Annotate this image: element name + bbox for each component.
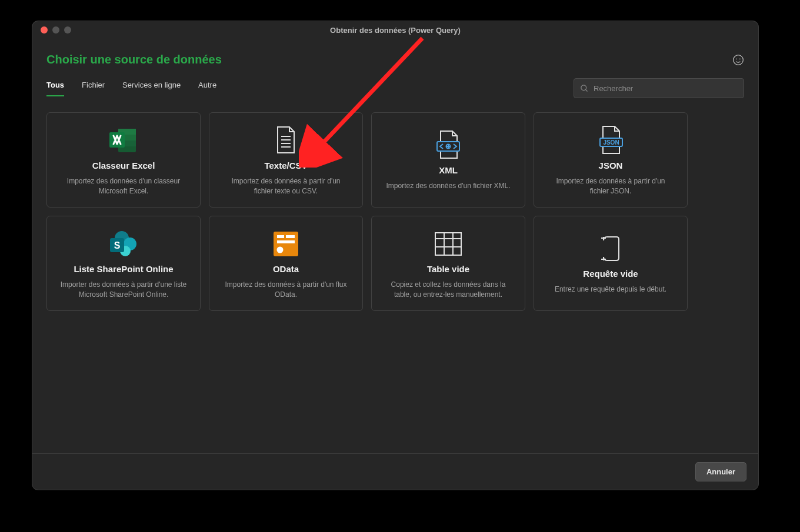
card-title: XML: [439, 165, 458, 175]
card-description: Importer des données à partir d'une list…: [59, 280, 188, 300]
sources-grid: Classeur Excel Importez des données d'un…: [46, 112, 744, 311]
svg-rect-30: [435, 233, 461, 255]
titlebar: Obtenir des données (Power Query): [32, 21, 758, 39]
close-window-button[interactable]: [41, 26, 48, 34]
tab-other[interactable]: Autre: [198, 81, 216, 96]
svg-text:S: S: [114, 240, 121, 250]
card-description: Importez des données à partir d'un flux …: [221, 280, 351, 300]
search-icon: [580, 84, 589, 93]
svg-line-4: [585, 89, 587, 91]
table-icon: [434, 227, 462, 260]
card-json[interactable]: JSON JSON Importez des données à partir …: [534, 112, 688, 208]
xml-icon: [435, 129, 462, 162]
dialog-content: Choisir une source de données Tous Fichi…: [32, 39, 758, 453]
card-excel-workbook[interactable]: Classeur Excel Importez des données d'un…: [46, 112, 201, 208]
card-odata[interactable]: OData Importez des données à partir d'un…: [209, 216, 363, 311]
svg-rect-27: [286, 235, 295, 238]
card-xml[interactable]: XML Importez des données d'un fichier XM…: [371, 112, 525, 208]
text-file-icon: [274, 124, 298, 157]
odata-icon: [272, 227, 299, 260]
maximize-window-button[interactable]: [64, 26, 71, 34]
svg-rect-28: [277, 240, 295, 243]
category-tabs: Tous Fichier Services en ligne Autre: [46, 81, 216, 96]
card-description: Importez des données d'un classeur Micro…: [59, 176, 188, 196]
card-sharepoint-online[interactable]: S Liste SharePoint Online Importer des d…: [46, 216, 201, 311]
window-title: Obtenir des données (Power Query): [32, 26, 758, 35]
svg-point-2: [739, 59, 741, 60]
json-icon: JSON: [597, 124, 624, 157]
card-title: Liste SharePoint Online: [74, 264, 173, 274]
excel-icon: [108, 124, 139, 157]
card-text-csv[interactable]: Texte/CSV Importez des données à partir …: [209, 112, 363, 208]
svg-text:JSON: JSON: [603, 139, 619, 146]
card-blank-table[interactable]: Table vide Copiez et collez les données …: [371, 216, 525, 311]
window-controls: [32, 26, 71, 34]
dialog-heading: Choisir une source de données: [46, 53, 744, 66]
card-description: Entrez une requête depuis le début.: [555, 285, 666, 295]
cancel-button[interactable]: Annuler: [695, 462, 746, 481]
card-title: JSON: [599, 160, 623, 170]
card-title: OData: [273, 264, 299, 274]
tab-file[interactable]: Fichier: [82, 81, 105, 96]
card-title: Classeur Excel: [92, 160, 155, 170]
search-input[interactable]: [594, 84, 738, 93]
tab-all[interactable]: Tous: [46, 81, 64, 96]
card-description: Copiez et collez les données dans la tab…: [384, 280, 513, 300]
svg-point-0: [734, 55, 744, 65]
card-description: Importez des données à partir d'un fichi…: [546, 176, 675, 196]
svg-point-1: [736, 59, 737, 60]
svg-rect-26: [277, 235, 284, 238]
card-blank-query[interactable]: Requête vide Entrez une requête depuis l…: [534, 216, 688, 311]
search-box[interactable]: [574, 78, 744, 98]
svg-rect-9: [109, 132, 125, 148]
svg-point-29: [277, 246, 284, 253]
sharepoint-icon: S: [108, 227, 139, 260]
card-description: Importez des données à partir d'un fichi…: [221, 176, 351, 196]
card-title: Table vide: [427, 264, 469, 274]
card-title: Requête vide: [583, 269, 638, 279]
dialog-footer: Annuler: [32, 453, 758, 490]
card-title: Texte/CSV: [264, 160, 307, 170]
power-query-window: Obtenir des données (Power Query) Choisi…: [32, 21, 758, 490]
card-description: Importez des données d'un fichier XML.: [386, 181, 510, 191]
tab-online-services[interactable]: Services en ligne: [122, 81, 181, 96]
minimize-window-button[interactable]: [52, 26, 59, 34]
svg-point-3: [581, 85, 586, 90]
blank-query-icon: [599, 232, 622, 265]
feedback-icon[interactable]: [732, 54, 744, 66]
